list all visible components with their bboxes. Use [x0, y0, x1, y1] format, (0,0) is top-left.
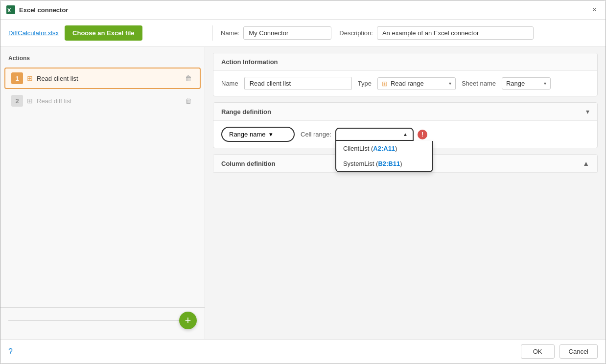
- action-label-2: Read diff list: [37, 97, 183, 105]
- action-delete-2[interactable]: 🗑: [183, 96, 194, 106]
- type-dropdown-arrow: ▾: [449, 81, 451, 86]
- range-def-toggle[interactable]: ▾: [586, 108, 589, 115]
- type-label: Type: [358, 80, 372, 87]
- action-delete-1[interactable]: 🗑: [183, 73, 194, 83]
- action-info-form-row: Name Type ⊞ Read range ▾ Sheet name Rang…: [221, 77, 589, 90]
- action-name-input[interactable]: [244, 77, 352, 90]
- col-def-toggle[interactable]: ▲: [583, 159, 589, 167]
- connector-name-input[interactable]: [243, 26, 331, 40]
- title-bar: X Excel connector ×: [0, 0, 606, 20]
- action-icon-1: ⊞: [27, 74, 33, 82]
- action-icon-2: ⊞: [27, 97, 33, 105]
- action-label-1: Read client list: [37, 75, 183, 82]
- cell-range-label: Cell range:: [301, 131, 331, 138]
- action-name-label: Name: [221, 80, 238, 87]
- actions-title: Actions: [0, 53, 205, 67]
- plus-icon: +: [185, 314, 191, 327]
- main-content: DiffCalculator.xlsx Choose an Excel file…: [0, 20, 606, 339]
- cell-range-popup: ClientList (A2:A11) SystemList (B2:B11): [335, 141, 433, 172]
- connector-fields: Name: Description:: [221, 26, 598, 40]
- cell-range-option-2[interactable]: SystemList (B2:B11): [336, 156, 432, 171]
- cell-range-container: Cell range: ▲ ClientLis: [301, 128, 427, 141]
- left-panel: Actions 1 ⊞ Read client list 🗑 2 ⊞ Read …: [0, 47, 205, 339]
- range-def-header: Range definition ▾: [213, 103, 597, 121]
- sheet-name-label: Sheet name: [462, 80, 496, 87]
- dialog-title: Excel connector: [19, 6, 68, 14]
- description-label: Description:: [339, 29, 373, 37]
- action-list: 1 ⊞ Read client list 🗑 2 ⊞ Read diff lis…: [0, 67, 205, 307]
- divider: [8, 320, 179, 321]
- type-dropdown[interactable]: ⊞ Read range ▾: [377, 77, 456, 90]
- range-name-arrow: ▾: [269, 131, 273, 138]
- action-info-body: Name Type ⊞ Read range ▾ Sheet name Rang…: [213, 71, 597, 96]
- action-item-2[interactable]: 2 ⊞ Read diff list 🗑: [4, 90, 201, 112]
- action-info-card: Action Information Name Type ⊞ Read rang…: [213, 53, 598, 96]
- cancel-button[interactable]: Cancel: [559, 344, 598, 359]
- action-info-header: Action Information: [213, 53, 597, 71]
- file-section: DiffCalculator.xlsx Choose an Excel file: [8, 25, 213, 41]
- connector-description-input[interactable]: [377, 26, 534, 40]
- sheet-name-value: Range: [506, 80, 541, 87]
- action-item-1[interactable]: 1 ⊞ Read client list 🗑: [4, 68, 201, 89]
- range-def-card: Range definition ▾ Range name ▾: [213, 102, 598, 148]
- sheet-dropdown-arrow: ▾: [544, 81, 546, 86]
- type-dropdown-text: Read range: [391, 80, 446, 87]
- cell-range-wrapper: ▲ ClientList (A2:A11) SystemList (B2: [335, 128, 414, 141]
- sheet-name-dropdown[interactable]: Range ▾: [502, 77, 551, 90]
- col-def-title: Column definition: [221, 160, 275, 167]
- range-name-dropdown[interactable]: Range name ▾: [221, 127, 295, 142]
- action-num-1: 1: [11, 72, 23, 84]
- top-header: DiffCalculator.xlsx Choose an Excel file…: [0, 20, 606, 47]
- option1-highlight: A2:A11: [373, 145, 395, 152]
- title-bar-left: X Excel connector: [6, 5, 68, 14]
- right-panel: Action Information Name Type ⊞ Read rang…: [205, 47, 606, 339]
- cell-range-arrow: ▲: [403, 132, 408, 137]
- left-panel-footer: +: [0, 307, 205, 333]
- range-name-text: Range name: [229, 131, 265, 138]
- body-area: Actions 1 ⊞ Read client list 🗑 2 ⊞ Read …: [0, 47, 606, 339]
- add-action-button[interactable]: +: [179, 312, 197, 329]
- option2-highlight: B2:B11: [378, 160, 400, 167]
- close-button[interactable]: ×: [589, 4, 600, 15]
- cell-range-option-1[interactable]: ClientList (A2:A11): [336, 141, 432, 156]
- action-info-title: Action Information: [221, 58, 278, 66]
- action-num-2: 2: [11, 95, 23, 107]
- choose-file-button[interactable]: Choose an Excel file: [65, 25, 142, 41]
- excel-connector-dialog: X Excel connector × DiffCalculator.xlsx …: [0, 0, 606, 364]
- type-dropdown-icon: ⊞: [382, 80, 388, 88]
- name-label: Name:: [221, 29, 239, 37]
- range-row: Range name ▾ Cell range: ▲: [221, 127, 589, 142]
- name-field: Name:: [221, 26, 331, 40]
- file-link[interactable]: DiffCalculator.xlsx: [8, 29, 59, 37]
- cell-range-dropdown[interactable]: ▲: [335, 128, 414, 141]
- footer-buttons: OK Cancel: [521, 344, 598, 359]
- range-def-title: Range definition: [221, 108, 271, 115]
- ok-button[interactable]: OK: [521, 344, 555, 359]
- description-field: Description:: [339, 26, 534, 40]
- help-icon[interactable]: ?: [8, 347, 13, 356]
- range-def-body: Range name ▾ Cell range: ▲: [213, 121, 597, 148]
- svg-text:X: X: [7, 7, 11, 13]
- dialog-footer: ? OK Cancel: [0, 339, 606, 364]
- error-icon: !: [418, 130, 427, 139]
- excel-icon: X: [6, 5, 15, 14]
